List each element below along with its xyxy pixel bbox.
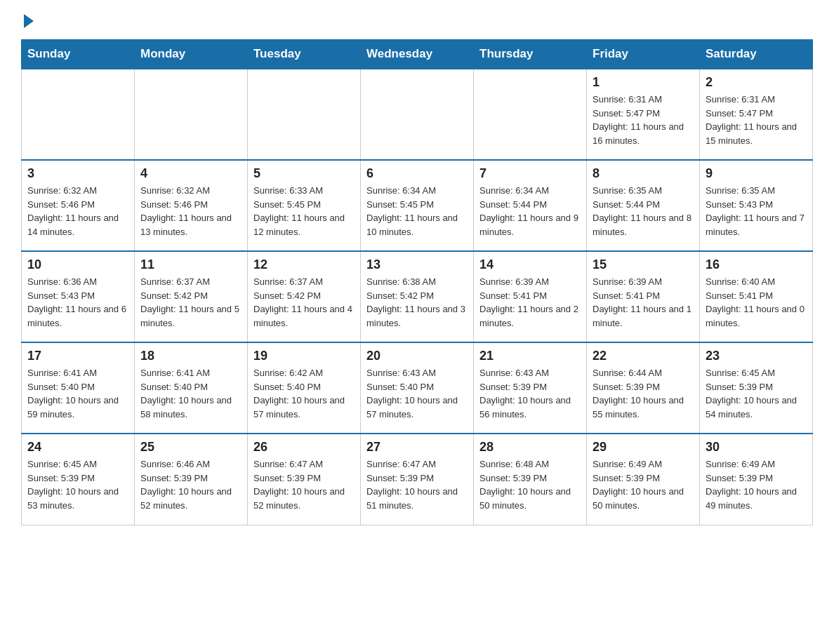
calendar-cell: 16Sunrise: 6:40 AM Sunset: 5:41 PM Dayli… (700, 251, 813, 342)
calendar-cell: 10Sunrise: 6:36 AM Sunset: 5:43 PM Dayli… (22, 251, 135, 342)
calendar-cell: 8Sunrise: 6:35 AM Sunset: 5:44 PM Daylig… (587, 160, 700, 251)
day-number: 17 (27, 349, 128, 363)
day-info: Sunrise: 6:33 AM Sunset: 5:45 PM Dayligh… (253, 184, 355, 239)
day-number: 26 (253, 440, 355, 455)
day-number: 5 (253, 166, 355, 181)
day-info: Sunrise: 6:43 AM Sunset: 5:39 PM Dayligh… (479, 366, 581, 421)
weekday-header-monday: Monday (135, 40, 248, 69)
calendar-cell: 5Sunrise: 6:33 AM Sunset: 5:45 PM Daylig… (248, 160, 361, 251)
weekday-header-friday: Friday (587, 40, 700, 69)
day-info: Sunrise: 6:34 AM Sunset: 5:44 PM Dayligh… (479, 184, 581, 239)
day-info: Sunrise: 6:32 AM Sunset: 5:46 PM Dayligh… (140, 184, 241, 239)
day-info: Sunrise: 6:40 AM Sunset: 5:41 PM Dayligh… (706, 275, 807, 330)
day-number: 9 (706, 166, 807, 181)
day-number: 19 (253, 349, 355, 363)
day-info: Sunrise: 6:45 AM Sunset: 5:39 PM Dayligh… (27, 457, 128, 512)
calendar-cell: 27Sunrise: 6:47 AM Sunset: 5:39 PM Dayli… (361, 434, 474, 525)
day-number: 8 (593, 166, 694, 181)
day-info: Sunrise: 6:43 AM Sunset: 5:40 PM Dayligh… (366, 366, 468, 421)
calendar-cell: 15Sunrise: 6:39 AM Sunset: 5:41 PM Dayli… (587, 251, 700, 342)
day-info: Sunrise: 6:35 AM Sunset: 5:44 PM Dayligh… (593, 184, 694, 239)
calendar-cell: 29Sunrise: 6:49 AM Sunset: 5:39 PM Dayli… (587, 434, 700, 525)
day-number: 14 (479, 257, 581, 272)
day-info: Sunrise: 6:32 AM Sunset: 5:46 PM Dayligh… (27, 184, 128, 239)
day-number: 11 (140, 257, 241, 272)
day-number: 18 (140, 349, 241, 363)
day-info: Sunrise: 6:48 AM Sunset: 5:39 PM Dayligh… (479, 457, 581, 512)
page-header (21, 14, 813, 25)
logo-general (21, 14, 34, 28)
calendar-cell: 6Sunrise: 6:34 AM Sunset: 5:45 PM Daylig… (361, 160, 474, 251)
day-number: 13 (366, 257, 468, 272)
day-info: Sunrise: 6:38 AM Sunset: 5:42 PM Dayligh… (366, 275, 468, 330)
day-number: 29 (593, 440, 694, 455)
calendar-cell (361, 69, 474, 160)
weekday-header-sunday: Sunday (22, 40, 135, 69)
calendar-cell: 28Sunrise: 6:48 AM Sunset: 5:39 PM Dayli… (474, 434, 587, 525)
day-number: 6 (366, 166, 468, 181)
week-row-5: 24Sunrise: 6:45 AM Sunset: 5:39 PM Dayli… (22, 434, 813, 525)
day-info: Sunrise: 6:49 AM Sunset: 5:39 PM Dayligh… (593, 457, 694, 512)
calendar-cell: 3Sunrise: 6:32 AM Sunset: 5:46 PM Daylig… (22, 160, 135, 251)
day-info: Sunrise: 6:31 AM Sunset: 5:47 PM Dayligh… (593, 93, 694, 147)
calendar-cell: 13Sunrise: 6:38 AM Sunset: 5:42 PM Dayli… (361, 251, 474, 342)
day-number: 20 (366, 349, 468, 363)
day-info: Sunrise: 6:47 AM Sunset: 5:39 PM Dayligh… (253, 457, 355, 512)
day-info: Sunrise: 6:37 AM Sunset: 5:42 PM Dayligh… (253, 275, 355, 330)
day-number: 1 (593, 75, 694, 90)
day-number: 25 (140, 440, 241, 455)
calendar-cell: 18Sunrise: 6:41 AM Sunset: 5:40 PM Dayli… (135, 342, 248, 434)
weekday-header-saturday: Saturday (700, 40, 813, 69)
day-info: Sunrise: 6:49 AM Sunset: 5:39 PM Dayligh… (706, 457, 807, 512)
calendar-cell: 4Sunrise: 6:32 AM Sunset: 5:46 PM Daylig… (135, 160, 248, 251)
day-info: Sunrise: 6:39 AM Sunset: 5:41 PM Dayligh… (593, 275, 694, 330)
day-info: Sunrise: 6:31 AM Sunset: 5:47 PM Dayligh… (706, 93, 807, 147)
day-info: Sunrise: 6:39 AM Sunset: 5:41 PM Dayligh… (479, 275, 581, 330)
weekday-header-thursday: Thursday (474, 40, 587, 69)
day-info: Sunrise: 6:45 AM Sunset: 5:39 PM Dayligh… (706, 366, 807, 421)
day-info: Sunrise: 6:41 AM Sunset: 5:40 PM Dayligh… (140, 366, 241, 421)
day-number: 7 (479, 166, 581, 181)
calendar-cell: 21Sunrise: 6:43 AM Sunset: 5:39 PM Dayli… (474, 342, 587, 434)
calendar-cell: 25Sunrise: 6:46 AM Sunset: 5:39 PM Dayli… (135, 434, 248, 525)
calendar-cell: 17Sunrise: 6:41 AM Sunset: 5:40 PM Dayli… (22, 342, 135, 434)
week-row-2: 3Sunrise: 6:32 AM Sunset: 5:46 PM Daylig… (22, 160, 813, 251)
calendar-cell: 20Sunrise: 6:43 AM Sunset: 5:40 PM Dayli… (361, 342, 474, 434)
calendar-cell: 23Sunrise: 6:45 AM Sunset: 5:39 PM Dayli… (700, 342, 813, 434)
weekday-header-wednesday: Wednesday (361, 40, 474, 69)
calendar-cell: 14Sunrise: 6:39 AM Sunset: 5:41 PM Dayli… (474, 251, 587, 342)
day-number: 4 (140, 166, 241, 181)
day-info: Sunrise: 6:35 AM Sunset: 5:43 PM Dayligh… (706, 184, 807, 239)
calendar-cell: 19Sunrise: 6:42 AM Sunset: 5:40 PM Dayli… (248, 342, 361, 434)
day-info: Sunrise: 6:34 AM Sunset: 5:45 PM Dayligh… (366, 184, 468, 239)
calendar-cell: 9Sunrise: 6:35 AM Sunset: 5:43 PM Daylig… (700, 160, 813, 251)
day-number: 2 (706, 75, 807, 90)
calendar-cell (22, 69, 135, 160)
day-info: Sunrise: 6:42 AM Sunset: 5:40 PM Dayligh… (253, 366, 355, 421)
day-info: Sunrise: 6:44 AM Sunset: 5:39 PM Dayligh… (593, 366, 694, 421)
calendar-cell (474, 69, 587, 160)
day-number: 28 (479, 440, 581, 455)
calendar-table: SundayMondayTuesdayWednesdayThursdayFrid… (21, 39, 813, 525)
day-info: Sunrise: 6:36 AM Sunset: 5:43 PM Dayligh… (27, 275, 128, 330)
weekday-header-tuesday: Tuesday (248, 40, 361, 69)
day-number: 10 (27, 257, 128, 272)
day-info: Sunrise: 6:46 AM Sunset: 5:39 PM Dayligh… (140, 457, 241, 512)
day-number: 12 (253, 257, 355, 272)
week-row-1: 1Sunrise: 6:31 AM Sunset: 5:47 PM Daylig… (22, 69, 813, 160)
calendar-cell: 11Sunrise: 6:37 AM Sunset: 5:42 PM Dayli… (135, 251, 248, 342)
calendar-cell: 24Sunrise: 6:45 AM Sunset: 5:39 PM Dayli… (22, 434, 135, 525)
calendar-cell: 2Sunrise: 6:31 AM Sunset: 5:47 PM Daylig… (700, 69, 813, 160)
calendar-cell: 22Sunrise: 6:44 AM Sunset: 5:39 PM Dayli… (587, 342, 700, 434)
week-row-4: 17Sunrise: 6:41 AM Sunset: 5:40 PM Dayli… (22, 342, 813, 434)
calendar-cell: 30Sunrise: 6:49 AM Sunset: 5:39 PM Dayli… (700, 434, 813, 525)
day-number: 15 (593, 257, 694, 272)
day-number: 22 (593, 349, 694, 363)
calendar-cell (135, 69, 248, 160)
day-number: 21 (479, 349, 581, 363)
week-row-3: 10Sunrise: 6:36 AM Sunset: 5:43 PM Dayli… (22, 251, 813, 342)
day-number: 16 (706, 257, 807, 272)
day-number: 30 (706, 440, 807, 455)
day-number: 24 (27, 440, 128, 455)
day-number: 27 (366, 440, 468, 455)
